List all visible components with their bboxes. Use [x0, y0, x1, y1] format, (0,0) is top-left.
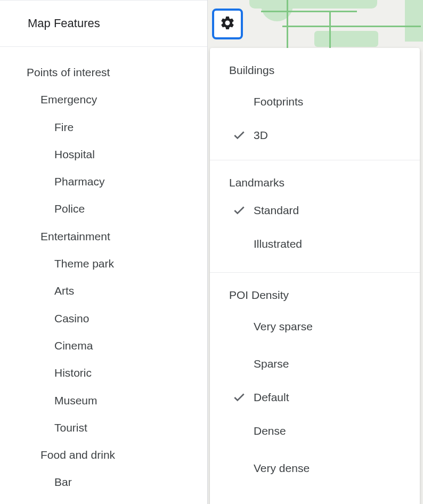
park-shape	[405, 0, 423, 42]
road-line	[287, 0, 288, 48]
tree-item-food-and-drink[interactable]: Food and drink	[27, 441, 207, 468]
park-shape	[261, 5, 293, 21]
tree-item-arts[interactable]: Arts	[27, 277, 207, 304]
section-title-poi-density: POI Density	[210, 282, 420, 308]
option-default[interactable]: Default	[210, 383, 420, 412]
feature-tree: Points of interest Emergency Fire Hospit…	[0, 47, 207, 496]
option-label: Very sparse	[254, 320, 313, 333]
sidebar-title: Map Features	[28, 17, 100, 30]
tree-item-theme-park[interactable]: Theme park	[27, 250, 207, 277]
check-icon	[232, 204, 254, 217]
option-label: Default	[254, 391, 289, 404]
tree-item-pharmacy[interactable]: Pharmacy	[27, 168, 207, 195]
option-illustrated[interactable]: Illustrated	[210, 225, 420, 263]
road-line	[282, 26, 421, 27]
option-label: Footprints	[254, 95, 303, 108]
section-poi-density: POI Density Very sparse Sparse Default D…	[210, 273, 420, 497]
option-footprints[interactable]: Footprints	[210, 83, 420, 120]
option-sparse[interactable]: Sparse	[210, 345, 420, 383]
section-buildings: Buildings Footprints 3D	[210, 48, 420, 160]
tree-item-historic[interactable]: Historic	[27, 359, 207, 386]
tree-item-points-of-interest[interactable]: Points of interest	[27, 59, 207, 86]
sidebar-header: Map Features	[0, 0, 207, 47]
tree-item-bar[interactable]: Bar	[27, 468, 207, 495]
option-standard[interactable]: Standard	[210, 196, 420, 225]
map-features-sidebar: Map Features Points of interest Emergenc…	[0, 0, 208, 504]
tree-item-police[interactable]: Police	[27, 195, 207, 222]
road-line	[261, 11, 357, 12]
tree-item-casino[interactable]: Casino	[27, 305, 207, 332]
option-label: Dense	[254, 425, 286, 437]
tree-item-cinema[interactable]: Cinema	[27, 332, 207, 359]
tree-item-hospital[interactable]: Hospital	[27, 141, 207, 168]
option-label: 3D	[254, 129, 268, 142]
tree-item-museum[interactable]: Museum	[27, 387, 207, 414]
section-title-landmarks: Landmarks	[210, 170, 420, 196]
option-dense[interactable]: Dense	[210, 412, 420, 450]
settings-button[interactable]	[212, 9, 243, 39]
option-3d[interactable]: 3D	[210, 120, 420, 150]
settings-popup: Buildings Footprints 3D Landmarks Standa…	[210, 48, 420, 504]
section-landmarks: Landmarks Standard Illustrated	[210, 160, 420, 273]
check-icon	[232, 391, 254, 404]
option-label: Very dense	[254, 462, 310, 475]
tree-item-emergency[interactable]: Emergency	[27, 86, 207, 113]
option-label: Illustrated	[254, 238, 302, 250]
option-label: Sparse	[254, 357, 289, 370]
check-icon	[232, 128, 254, 142]
option-very-dense[interactable]: Very dense	[210, 450, 420, 487]
park-shape	[314, 31, 378, 47]
option-very-sparse[interactable]: Very sparse	[210, 308, 420, 345]
gear-icon	[219, 15, 235, 34]
tree-item-entertainment[interactable]: Entertainment	[27, 223, 207, 250]
road-line	[329, 11, 331, 48]
option-label: Standard	[254, 204, 299, 217]
section-title-buildings: Buildings	[210, 58, 420, 83]
tree-item-tourist[interactable]: Tourist	[27, 414, 207, 441]
tree-item-fire[interactable]: Fire	[27, 113, 207, 141]
